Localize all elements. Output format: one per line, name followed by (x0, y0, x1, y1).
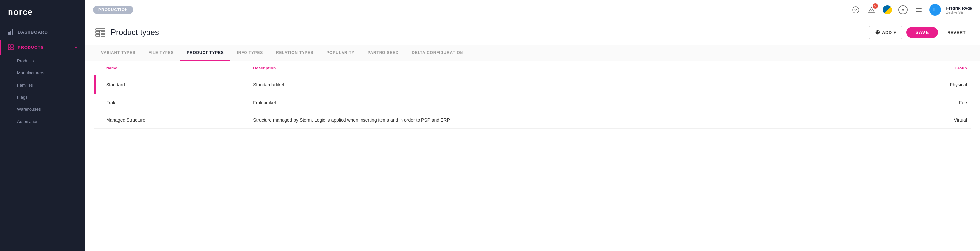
revert-button[interactable]: REVERT (942, 27, 971, 38)
svg-rect-5 (8, 48, 11, 50)
svg-rect-12 (101, 32, 105, 33)
table-row[interactable]: FraktFraktartikelFee (94, 94, 971, 111)
add-button[interactable]: ⊕ ADD ▾ (869, 26, 903, 39)
table-row[interactable]: StandardStandardartikelPhysical (94, 75, 971, 94)
svg-rect-6 (11, 48, 13, 50)
cell-group: Fee (892, 94, 971, 111)
sidebar-products-label: PRODUCTS (18, 45, 44, 50)
svg-rect-1 (10, 31, 11, 35)
table-row[interactable]: Managed StructureStructure managed by St… (94, 111, 971, 129)
alert-icon[interactable]: ! 5 (866, 5, 877, 15)
hamburger-icon (916, 8, 922, 12)
sidebar-item-products[interactable]: PRODUCTS ▾ (0, 40, 85, 55)
cell-name: Standard (102, 75, 249, 94)
cell-description: Fraktartikel (249, 94, 892, 111)
cell-description: Standardartikel (249, 75, 892, 94)
svg-rect-4 (11, 44, 13, 47)
tabs-bar: VARIANT TYPES FILE TYPES PRODUCT TYPES I… (85, 45, 980, 61)
tab-delta-configuration[interactable]: DELTA CONFIGURATION (405, 45, 470, 61)
svg-rect-0 (8, 32, 10, 35)
tab-file-types[interactable]: FILE TYPES (142, 45, 181, 61)
sidebar-dashboard-label: DASHBOARD (18, 30, 48, 35)
product-types-icon (94, 27, 106, 38)
help-icon[interactable]: ? (851, 5, 861, 15)
sidebar-item-flags[interactable]: Flags (0, 91, 85, 103)
svg-rect-13 (96, 34, 100, 37)
logo: norce (8, 7, 33, 17)
save-button[interactable]: SAVE (906, 27, 938, 38)
sidebar-sub-nav: Products Manufacturers Families Flags Wa… (0, 55, 85, 127)
user-info: Fredrik Ryde Zephyr SE (946, 6, 972, 14)
svg-rect-11 (96, 32, 100, 33)
col-description: Description (249, 61, 892, 75)
header-actions: ⊕ ADD ▾ SAVE REVERT (869, 26, 971, 39)
row-indicator (94, 111, 102, 129)
cell-group: Physical (892, 75, 971, 94)
row-indicator (94, 94, 102, 111)
x-circle-icon: ✕ (898, 5, 908, 14)
tab-popularity[interactable]: POPULARITY (320, 45, 361, 61)
table-area: Name Description Group StandardStandarda… (85, 61, 980, 251)
user-name: Fredrik Ryde (946, 6, 972, 11)
env-badge: PRODUCTION (93, 6, 134, 14)
page-title: Product types (111, 28, 159, 37)
flag-sweden (883, 5, 892, 14)
plus-icon: ⊕ (875, 29, 880, 36)
products-icon (8, 44, 14, 50)
logo-area: norce (0, 0, 85, 25)
svg-rect-10 (96, 29, 105, 30)
sidebar: norce DASHBOARD (0, 0, 85, 251)
tab-info-types[interactable]: INFO TYPES (231, 45, 269, 61)
sidebar-item-automation[interactable]: Automation (0, 115, 85, 127)
topbar: PRODUCTION ? ! 5 (85, 0, 980, 20)
sidebar-item-families[interactable]: Families (0, 79, 85, 91)
add-label: ADD (882, 30, 892, 35)
language-icon[interactable] (882, 5, 892, 15)
menu-icon[interactable] (913, 5, 924, 15)
cell-group: Virtual (892, 111, 971, 129)
chart-icon (8, 29, 14, 35)
sidebar-item-products-sub[interactable]: Products (0, 55, 85, 67)
tab-partno-seed[interactable]: PARTNO SEED (361, 45, 406, 61)
avatar[interactable]: F (929, 4, 941, 16)
cell-name: Frakt (102, 94, 249, 111)
sidebar-item-manufacturers[interactable]: Manufacturers (0, 67, 85, 79)
notification-count: 5 (873, 3, 878, 8)
svg-rect-2 (12, 30, 13, 35)
close-icon[interactable]: ✕ (898, 5, 908, 15)
user-company: Zephyr SE (946, 11, 972, 14)
topbar-right: ? ! 5 ✕ (851, 4, 972, 16)
cell-name: Managed Structure (102, 111, 249, 129)
chevron-down-icon: ▾ (75, 45, 77, 49)
page-header: Product types ⊕ ADD ▾ SAVE REVERT (85, 20, 980, 45)
col-name: Name (102, 61, 249, 75)
svg-text:!: ! (871, 9, 872, 12)
sidebar-nav: DASHBOARD PRODUCTS ▾ Products Manufactur… (0, 25, 85, 251)
sidebar-item-dashboard[interactable]: DASHBOARD (0, 25, 85, 40)
indicator-col-header (94, 61, 102, 75)
tab-variant-types[interactable]: VARIANT TYPES (94, 45, 142, 61)
svg-rect-14 (101, 34, 105, 37)
main-content: PRODUCTION ? ! 5 (85, 0, 980, 251)
tab-relation-types[interactable]: RELATION TYPES (269, 45, 320, 61)
svg-text:?: ? (854, 8, 857, 13)
add-chevron-icon: ▾ (894, 30, 896, 35)
sidebar-item-warehouses[interactable]: Warehouses (0, 103, 85, 115)
table-header-row: Name Description Group (94, 61, 971, 75)
tab-product-types[interactable]: PRODUCT TYPES (180, 45, 230, 61)
page-title-area: Product types (94, 27, 159, 38)
product-types-table: Name Description Group StandardStandarda… (94, 61, 971, 129)
row-indicator (94, 75, 102, 94)
cell-description: Structure managed by Storm. Logic is app… (249, 111, 892, 129)
svg-rect-3 (8, 44, 11, 47)
col-group: Group (892, 61, 971, 75)
